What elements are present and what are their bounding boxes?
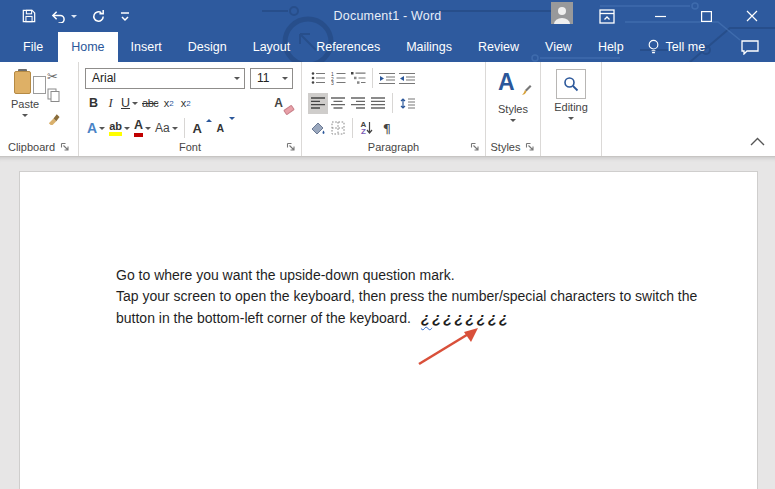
format-painter-icon bbox=[47, 112, 60, 125]
font-size-combobox[interactable]: 11 bbox=[250, 68, 293, 89]
clear-formatting-button[interactable]: A bbox=[270, 93, 287, 114]
font-dialog-launcher[interactable] bbox=[286, 142, 296, 152]
tab-home[interactable]: Home bbox=[58, 32, 117, 62]
tell-me-label: Tell me bbox=[666, 40, 706, 54]
scissors-icon: ✂ bbox=[47, 69, 58, 84]
tell-me-button[interactable]: Tell me bbox=[637, 32, 716, 62]
multilevel-list-icon bbox=[351, 71, 366, 85]
editing-button[interactable]: Editing bbox=[541, 66, 601, 123]
tab-help[interactable]: Help bbox=[585, 32, 637, 62]
italic-button[interactable]: I bbox=[102, 93, 119, 114]
text-effects-button[interactable]: A bbox=[85, 118, 107, 139]
tab-review[interactable]: Review bbox=[465, 32, 532, 62]
maximize-button[interactable] bbox=[683, 0, 729, 32]
redo-icon bbox=[91, 9, 106, 24]
tab-view[interactable]: View bbox=[532, 32, 585, 62]
format-painter-button[interactable] bbox=[47, 111, 60, 129]
paragraph-group-label: Paragraph bbox=[302, 140, 485, 154]
shading-button[interactable] bbox=[308, 118, 328, 139]
text-effects-caret[interactable] bbox=[99, 127, 105, 133]
styles-group-label-text: Styles bbox=[491, 141, 521, 153]
styles-button[interactable]: A Styles bbox=[486, 66, 540, 125]
document-area: Go to where you want the upside-down que… bbox=[0, 157, 775, 489]
paste-button[interactable]: Paste bbox=[7, 66, 43, 129]
styles-dialog-launcher[interactable] bbox=[525, 142, 535, 152]
underline-caret[interactable] bbox=[132, 102, 138, 108]
user-avatar[interactable] bbox=[551, 2, 573, 24]
numbering-button[interactable]: 123 bbox=[328, 68, 348, 89]
tab-references[interactable]: References bbox=[303, 32, 393, 62]
align-center-icon bbox=[331, 97, 345, 109]
strikethrough-button[interactable]: abc bbox=[140, 93, 160, 114]
increase-indent-button[interactable] bbox=[397, 68, 417, 89]
svg-text:3: 3 bbox=[331, 80, 334, 85]
group-styles: A Styles Styles bbox=[486, 62, 541, 156]
change-case-button[interactable]: Aa bbox=[153, 118, 180, 139]
save-button[interactable] bbox=[22, 9, 36, 23]
ribbon-display-options-button[interactable] bbox=[599, 9, 615, 24]
highlight-label: ab bbox=[109, 120, 122, 136]
tab-design[interactable]: Design bbox=[175, 32, 240, 62]
undo-dropdown-caret[interactable] bbox=[71, 15, 77, 21]
bullets-button[interactable] bbox=[308, 68, 328, 89]
undo-icon bbox=[50, 9, 67, 23]
document-page[interactable]: Go to where you want the upside-down que… bbox=[19, 171, 758, 489]
styles-button-label: Styles bbox=[498, 103, 528, 115]
change-case-caret[interactable] bbox=[172, 127, 178, 133]
customize-qat-button[interactable] bbox=[120, 10, 130, 22]
search-icon bbox=[563, 76, 579, 92]
change-case-label: Aa bbox=[155, 121, 170, 135]
multilevel-list-button[interactable] bbox=[348, 68, 368, 89]
comments-button[interactable] bbox=[725, 32, 775, 62]
grow-font-button[interactable]: A bbox=[189, 118, 206, 139]
title-bar-right bbox=[551, 0, 775, 32]
sort-button[interactable]: AZ bbox=[357, 118, 377, 139]
styles-caret[interactable] bbox=[510, 119, 516, 125]
collapse-ribbon-button[interactable] bbox=[750, 132, 765, 150]
tab-insert[interactable]: Insert bbox=[118, 32, 175, 62]
highlight-caret[interactable] bbox=[124, 127, 130, 133]
ribbon-tabs: File Home Insert Design Layout Reference… bbox=[0, 32, 775, 62]
undo-button[interactable] bbox=[50, 9, 77, 23]
underline-button[interactable]: U bbox=[119, 93, 140, 114]
cut-button[interactable]: ✂ bbox=[47, 70, 60, 83]
subscript-button[interactable]: x2 bbox=[160, 93, 177, 114]
group-editing: Editing bbox=[541, 62, 602, 156]
show-hide-marks-button[interactable]: ¶ bbox=[377, 118, 397, 139]
font-family-combobox[interactable]: Arial bbox=[85, 68, 245, 89]
align-right-button[interactable] bbox=[348, 93, 368, 114]
styles-letter: A bbox=[498, 69, 515, 95]
shrink-font-button[interactable]: A bbox=[212, 118, 229, 139]
font-size-caret bbox=[282, 77, 288, 83]
minimize-button[interactable] bbox=[637, 0, 683, 32]
paragraph-group-label-text: Paragraph bbox=[368, 141, 419, 153]
tab-mailings[interactable]: Mailings bbox=[393, 32, 465, 62]
styles-brush-icon bbox=[516, 83, 532, 99]
tab-file[interactable]: File bbox=[8, 32, 58, 62]
justify-button[interactable] bbox=[368, 93, 388, 114]
superscript-button[interactable]: x2 bbox=[177, 93, 194, 114]
borders-button[interactable] bbox=[328, 118, 348, 139]
paste-dropdown-caret[interactable] bbox=[22, 114, 28, 120]
font-color-caret[interactable] bbox=[145, 127, 151, 133]
bold-button[interactable]: B bbox=[85, 93, 102, 114]
redo-button[interactable] bbox=[91, 9, 106, 24]
align-center-button[interactable] bbox=[328, 93, 348, 114]
line-spacing-button[interactable] bbox=[397, 93, 417, 114]
decrease-indent-button[interactable] bbox=[377, 68, 397, 89]
ribbon-filler bbox=[602, 62, 775, 156]
editing-caret[interactable] bbox=[568, 117, 574, 123]
paragraph-dialog-launcher[interactable] bbox=[470, 142, 480, 152]
font-color-button[interactable]: A bbox=[132, 118, 153, 139]
comment-icon bbox=[741, 40, 759, 55]
align-left-button[interactable] bbox=[308, 93, 328, 114]
editing-button-label: Editing bbox=[554, 101, 588, 113]
text-highlight-button[interactable]: ab bbox=[107, 118, 132, 139]
close-button[interactable] bbox=[729, 0, 775, 32]
tab-layout[interactable]: Layout bbox=[240, 32, 304, 62]
font-separator bbox=[184, 118, 185, 138]
clipboard-dialog-launcher[interactable] bbox=[60, 142, 70, 152]
sort-arrow-icon bbox=[366, 122, 373, 135]
copy-button[interactable] bbox=[47, 88, 60, 106]
justify-icon bbox=[371, 97, 385, 109]
